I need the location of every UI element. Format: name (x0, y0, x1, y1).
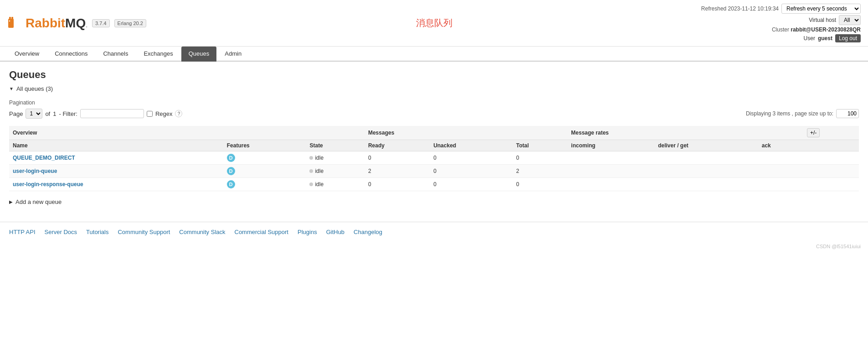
add-queue-section: ▶ Add a new queue (9, 198, 859, 205)
nav-admin[interactable]: Admin (217, 47, 249, 62)
ready-count: 2 (365, 165, 430, 178)
unacked-count: 0 (430, 165, 513, 178)
collapse-icon: ▼ (9, 86, 14, 91)
col-state: State (306, 140, 364, 151)
cluster-value: rabbit@USER-20230828QR (791, 26, 861, 33)
queue-name-link[interactable]: user-login-response-queue (13, 181, 83, 188)
pagination-section: Pagination Page 1 of 1 - Filter: Regex ?… (9, 99, 859, 119)
incoming-rate (567, 151, 654, 165)
nav: Overview Connections Channels Exchanges … (0, 47, 868, 62)
displaying-text: Displaying 3 items , page size up to: (746, 110, 833, 117)
logo-area: RabbitMQ. 3.7.4 Erlang 20.2 (7, 15, 146, 31)
main-content: Queues ▼ All queues (3) Pagination Page … (0, 62, 868, 222)
nav-exchanges[interactable]: Exchanges (136, 47, 180, 62)
vhost-row: Virtual host All (809, 15, 861, 25)
pagination-controls: Page 1 of 1 - Filter: Regex ? Displaying… (9, 109, 859, 119)
col-incoming: incoming (567, 140, 654, 151)
footer-community-support[interactable]: Community Support (118, 229, 170, 235)
of-label: of (45, 110, 50, 117)
footer-plugins[interactable]: Plugins (298, 229, 317, 235)
deliver-rate (654, 178, 758, 191)
ready-count: 0 (365, 151, 430, 165)
cluster-row: Cluster rabbit@USER-20230828QR (772, 26, 861, 33)
nav-connections[interactable]: Connections (47, 47, 95, 62)
user-row: User guest Log out (804, 34, 861, 42)
svg-point-4 (9, 20, 10, 21)
footer-changelog[interactable]: Changelog (354, 229, 382, 235)
logout-button[interactable]: Log out (835, 34, 861, 42)
toggle-columns-button[interactable]: +/- (807, 128, 820, 137)
queue-name-link[interactable]: QUEUE_DEMO_DIRECT (13, 155, 75, 161)
of-value: 1 (53, 110, 56, 117)
nav-queues[interactable]: Queues (181, 47, 217, 62)
ready-count: 0 (365, 178, 430, 191)
total-count: 2 (513, 165, 567, 178)
header: RabbitMQ. 3.7.4 Erlang 20.2 消息队列 Refresh… (0, 0, 868, 47)
footer-commercial-support[interactable]: Commercial Support (235, 229, 289, 235)
state-text: idle (315, 168, 324, 174)
page-label: Page (9, 110, 23, 117)
ack-rate (758, 151, 803, 165)
all-queues-toggle[interactable]: ▼ All queues (3) (9, 85, 859, 92)
refreshed-text: Refreshed 2023-11-12 10:19:34 (701, 5, 779, 12)
footer-github[interactable]: GitHub (326, 229, 344, 235)
col-name: Name (9, 140, 223, 151)
table-row: QUEUE_DEMO_DIRECTDidle000 (9, 151, 859, 165)
unacked-count: 0 (430, 151, 513, 165)
ack-rate (758, 165, 803, 178)
footer-community-slack[interactable]: Community Slack (179, 229, 225, 235)
displaying-info: Displaying 3 items , page size up to: 10… (746, 109, 859, 118)
expand-icon: ▶ (9, 199, 13, 204)
svg-point-3 (9, 20, 12, 23)
footer-tutorials[interactable]: Tutorials (86, 229, 108, 235)
page-size-input[interactable]: 100 (836, 109, 859, 118)
table-row: user-login-queueDidle202 (9, 165, 859, 178)
chinese-title: 消息队列 (416, 17, 452, 29)
logo-text: RabbitMQ. (26, 16, 87, 31)
col-ack: ack (758, 140, 803, 151)
col-deliver-get: deliver / get (654, 140, 758, 151)
table-row: user-login-response-queueDidle000 (9, 178, 859, 191)
regex-label: Regex (155, 110, 173, 117)
page-select[interactable]: 1 (26, 109, 42, 119)
help-icon[interactable]: ? (175, 110, 182, 117)
vhost-label: Virtual host (809, 17, 836, 23)
col-total: Total (513, 140, 567, 151)
queue-name-link[interactable]: user-login-queue (13, 168, 57, 174)
rabbit-logo-icon (7, 15, 24, 31)
deliver-rate (654, 165, 758, 178)
state-dot-icon (309, 169, 313, 173)
nav-overview[interactable]: Overview (7, 47, 46, 62)
deliver-rate (654, 151, 758, 165)
col-features: Features (223, 140, 306, 151)
regex-checkbox[interactable] (147, 111, 153, 117)
feature-badge: D (227, 167, 235, 175)
state-dot-icon (309, 182, 313, 186)
nav-channels[interactable]: Channels (96, 47, 135, 62)
user-value: guest (818, 35, 832, 42)
feature-badge: D (227, 154, 235, 162)
queues-tbody: QUEUE_DEMO_DIRECTDidle000user-login-queu… (9, 151, 859, 191)
all-queues-section: ▼ All queues (3) (9, 85, 859, 92)
vhost-select[interactable]: All (839, 15, 861, 25)
top-right-info: Refreshed 2023-11-12 10:19:34 Refresh ev… (701, 4, 861, 42)
footer-server-docs[interactable]: Server Docs (45, 229, 77, 235)
filter-label: - Filter: (59, 110, 77, 117)
footer: HTTP API Server Docs Tutorials Community… (0, 222, 868, 242)
row-empty (803, 151, 859, 165)
refresh-select[interactable]: Refresh every 5 seconds Refresh every 10… (781, 4, 861, 14)
footer-http-api[interactable]: HTTP API (9, 229, 36, 235)
pagination-label: Pagination (9, 99, 859, 106)
state-text: idle (315, 181, 324, 188)
queues-table-container: Overview Messages Message rates +/- Name… (9, 126, 859, 191)
filter-input[interactable] (80, 109, 144, 118)
user-label: User (804, 35, 815, 42)
queues-table: Overview Messages Message rates +/- Name… (9, 126, 859, 191)
cluster-label: Cluster (772, 26, 789, 33)
logo: RabbitMQ. (7, 15, 87, 31)
add-queue-toggle[interactable]: ▶ Add a new queue (9, 198, 859, 205)
total-count: 0 (513, 151, 567, 165)
row-empty (803, 165, 859, 178)
col-ready: Ready (365, 140, 430, 151)
all-queues-label: All queues (3) (16, 85, 53, 92)
